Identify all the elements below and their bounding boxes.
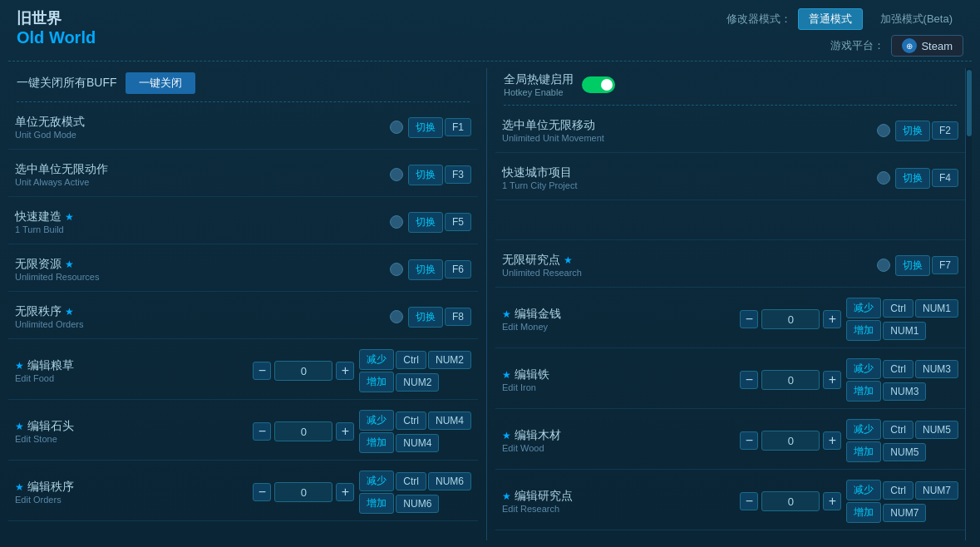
num-key2[interactable]: NUM3 bbox=[883, 382, 926, 401]
switch-label[interactable]: 切换 bbox=[408, 259, 443, 280]
num-key1[interactable]: NUM4 bbox=[428, 411, 471, 430]
value-input[interactable] bbox=[761, 491, 820, 511]
num-key1[interactable]: NUM2 bbox=[428, 351, 471, 369]
key-value[interactable]: F3 bbox=[445, 165, 471, 184]
toggle-circle[interactable] bbox=[877, 171, 890, 185]
switch-label[interactable]: 切换 bbox=[895, 121, 930, 141]
decrement-button[interactable]: − bbox=[253, 362, 271, 380]
switch-label[interactable]: 切换 bbox=[408, 117, 443, 138]
decrement-button[interactable]: − bbox=[253, 422, 271, 441]
toggle-circle[interactable] bbox=[390, 215, 403, 229]
mode-normal-button[interactable]: 普通模式 bbox=[798, 8, 863, 30]
inc-label[interactable]: 增加 bbox=[359, 493, 394, 514]
switch-label[interactable]: 切换 bbox=[408, 165, 443, 185]
hotkey-toggle[interactable] bbox=[582, 76, 615, 93]
num-key1[interactable]: NUM3 bbox=[915, 360, 958, 378]
scrollbar[interactable] bbox=[965, 68, 972, 540]
toggle-circle[interactable] bbox=[877, 259, 890, 272]
mode-beta-button[interactable]: 加强模式(Beta) bbox=[869, 8, 963, 30]
ctrl-key[interactable]: Ctrl bbox=[396, 472, 426, 490]
feature-edit-food: ★ 编辑粮草 Edit Food − + 减少 Ctrl bbox=[8, 342, 478, 400]
inc-key-row: 增加 NUM5 bbox=[846, 441, 958, 462]
inc-label[interactable]: 增加 bbox=[359, 372, 394, 392]
key-value[interactable]: F8 bbox=[445, 308, 471, 326]
switch-label[interactable]: 切换 bbox=[895, 168, 930, 189]
num-key1[interactable]: NUM1 bbox=[915, 299, 958, 318]
dec-label[interactable]: 减少 bbox=[359, 349, 394, 370]
inc-label[interactable]: 增加 bbox=[359, 432, 394, 453]
switch-label[interactable]: 切换 bbox=[408, 307, 443, 328]
dec-label[interactable]: 减少 bbox=[846, 298, 881, 318]
decrement-button[interactable]: − bbox=[740, 431, 758, 450]
value-input[interactable] bbox=[274, 361, 332, 381]
value-input[interactable] bbox=[274, 421, 332, 441]
feature-unlimited-orders: 无限秩序 ★ Unlimited Orders 切换 F8 bbox=[8, 295, 478, 339]
num-key2[interactable]: NUM5 bbox=[883, 443, 926, 461]
dec-label[interactable]: 减少 bbox=[846, 358, 881, 379]
key-value[interactable]: F7 bbox=[932, 256, 958, 274]
feature-row: ★ 编辑金钱 Edit Money − + 减少 Ctrl bbox=[495, 294, 965, 344]
increment-button[interactable]: + bbox=[336, 483, 354, 501]
steam-label: Steam bbox=[921, 40, 953, 52]
key-value[interactable]: F4 bbox=[932, 169, 958, 187]
toggle-circle[interactable] bbox=[390, 310, 403, 323]
oneclick-button[interactable]: 一键关闭 bbox=[126, 72, 195, 94]
num-key1[interactable]: NUM6 bbox=[428, 472, 471, 490]
increment-button[interactable]: + bbox=[823, 310, 841, 328]
feature-row: 无限研究点 ★ Unlimited Research 切换 F7 bbox=[495, 247, 965, 283]
inc-key-row: 增加 NUM2 bbox=[359, 372, 471, 392]
inc-label[interactable]: 增加 bbox=[846, 320, 881, 341]
key-value[interactable]: F1 bbox=[445, 118, 471, 136]
ctrl-key[interactable]: Ctrl bbox=[883, 421, 914, 439]
ctrl-key[interactable]: Ctrl bbox=[883, 481, 914, 500]
num-key2[interactable]: NUM2 bbox=[396, 373, 439, 392]
switch-label[interactable]: 切换 bbox=[408, 212, 443, 233]
toggle-circle[interactable] bbox=[390, 168, 403, 181]
value-input[interactable] bbox=[761, 309, 820, 329]
value-input[interactable] bbox=[274, 482, 332, 502]
value-input[interactable] bbox=[761, 370, 820, 390]
decrement-button[interactable]: − bbox=[740, 310, 758, 328]
num-key2[interactable]: NUM6 bbox=[396, 495, 439, 513]
dec-label[interactable]: 减少 bbox=[846, 419, 881, 440]
inc-label[interactable]: 增加 bbox=[846, 502, 881, 523]
steam-button[interactable]: ⊕ Steam bbox=[891, 35, 963, 57]
num-key2[interactable]: NUM7 bbox=[883, 504, 926, 522]
scrollbar-thumb[interactable] bbox=[967, 70, 972, 136]
increment-button[interactable]: + bbox=[823, 431, 841, 450]
decrement-button[interactable]: − bbox=[253, 483, 271, 501]
inc-label[interactable]: 增加 bbox=[846, 381, 881, 402]
decrement-button[interactable]: − bbox=[740, 492, 758, 510]
switch-label[interactable]: 切换 bbox=[895, 255, 930, 276]
key-value[interactable]: F6 bbox=[445, 260, 471, 278]
increment-button[interactable]: + bbox=[336, 362, 354, 380]
key-value[interactable]: F2 bbox=[932, 121, 958, 140]
num-key1[interactable]: NUM7 bbox=[915, 481, 958, 500]
num-key2[interactable]: NUM1 bbox=[883, 322, 926, 340]
toggle-circle[interactable] bbox=[877, 124, 890, 137]
feature-row: 快速城市项目 1 Turn City Project 切换 F4 bbox=[495, 160, 965, 196]
value-input[interactable] bbox=[761, 431, 820, 451]
num-key1[interactable]: NUM5 bbox=[915, 421, 958, 439]
increment-button[interactable]: + bbox=[823, 492, 841, 510]
ctrl-key[interactable]: Ctrl bbox=[883, 360, 914, 378]
ctrl-key[interactable]: Ctrl bbox=[883, 299, 914, 318]
num-key2[interactable]: NUM4 bbox=[396, 434, 439, 452]
inc-label[interactable]: 增加 bbox=[846, 441, 881, 462]
toggle-circle[interactable] bbox=[390, 121, 403, 134]
feature-row: 无限资源 ★ Unlimited Resources 切换 F6 bbox=[8, 251, 478, 288]
key-group: 切换 F3 bbox=[408, 165, 471, 185]
decrement-button[interactable]: − bbox=[740, 371, 758, 389]
toggle-circle[interactable] bbox=[390, 263, 403, 276]
dec-label[interactable]: 减少 bbox=[359, 410, 394, 431]
star-icon: ★ bbox=[502, 369, 511, 381]
increment-button[interactable]: + bbox=[336, 422, 354, 441]
increment-button[interactable]: + bbox=[823, 371, 841, 389]
dec-label[interactable]: 减少 bbox=[359, 471, 394, 491]
feature-row: ★ 编辑粮草 Edit Food − + 减少 Ctrl bbox=[8, 346, 478, 396]
ctrl-key[interactable]: Ctrl bbox=[396, 411, 426, 430]
ctrl-key[interactable]: Ctrl bbox=[396, 351, 426, 369]
dec-label[interactable]: 减少 bbox=[846, 480, 881, 500]
key-value[interactable]: F5 bbox=[445, 213, 471, 231]
key-group: 切换 F4 bbox=[895, 168, 958, 189]
